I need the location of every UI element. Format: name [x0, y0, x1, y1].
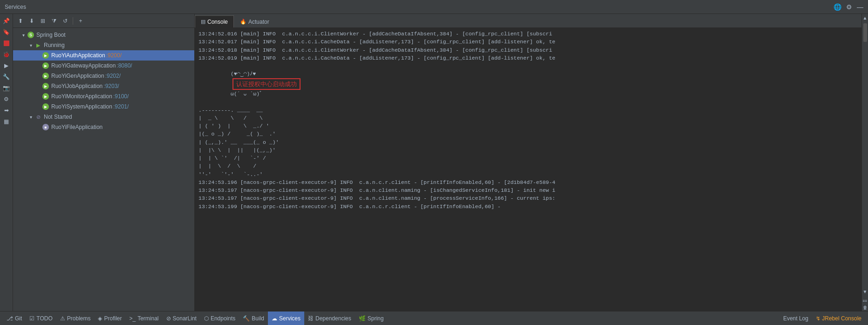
- terminal-icon: >_: [130, 315, 136, 322]
- gen-label: RuoYiGenApplication: [51, 73, 104, 79]
- console-content: 13:24:52.016 [main] INFO c.a.n.c.c.i.Cli…: [195, 28, 861, 311]
- scroll-thumb[interactable]: [863, 23, 867, 42]
- minimize-icon[interactable]: —: [857, 3, 863, 11]
- terminal-label: Terminal: [137, 315, 158, 322]
- tree-item-ruoyi-auth[interactable]: ▶ RuoYiAuthApplication :9200/: [13, 50, 194, 61]
- monitor-app-icon: ▶: [42, 93, 49, 100]
- not-started-icon: ⊘: [34, 113, 42, 121]
- scroll-up-btn[interactable]: ▲: [862, 15, 868, 20]
- services-title-text: Services: [5, 4, 26, 10]
- status-terminal[interactable]: >_ Terminal: [126, 311, 163, 325]
- scroll-down-btn[interactable]: ▼: [862, 289, 868, 294]
- main-layout: 📌 🔖 🐞 ▶ 🔧 📷 ⚙ ➡ ▦ ⬆ ⬇ ⊞ ⧩ ↺ + S: [0, 14, 868, 311]
- actuator-tab-icon: 🔥: [240, 19, 246, 25]
- log-line-2: 13:24:52.017 [main] INFO c.a.n.c.c.i.Cac…: [198, 38, 858, 46]
- status-bar: ⎇ Git ☑ TODO ⚠ Problems ◈ Profiler >_ Te…: [0, 311, 868, 325]
- status-sonarlint[interactable]: ⊘ SonarLint: [163, 311, 200, 325]
- scroll-down-button[interactable]: ⬇: [27, 16, 36, 26]
- tree-item-ruoyi-file[interactable]: ■ RuoYiFileApplication: [13, 122, 194, 132]
- tree-item-ruoyi-gen[interactable]: ▶ RuoYiGenApplication :9202/: [13, 71, 194, 81]
- problems-label: Problems: [67, 315, 91, 322]
- settings2-icon[interactable]: ⚙: [1, 94, 12, 104]
- build-label: Build: [252, 315, 264, 322]
- pre-highlight-text: (♥◠‿◠)ﾉ♥: [231, 71, 256, 77]
- springboot-arrow: [21, 32, 26, 38]
- sonarlint-label: SonarLint: [173, 315, 197, 322]
- status-profiler[interactable]: ◈ Profiler: [94, 311, 125, 325]
- services-status-icon: ☁: [272, 315, 277, 322]
- debug-icon[interactable]: 🐞: [1, 49, 12, 60]
- status-todo[interactable]: ☑ TODO: [26, 311, 56, 325]
- log-line-1: 13:24:52.016 [main] INFO c.a.n.c.c.i.Cli…: [198, 30, 858, 38]
- title-bar-actions: 🌐 ⚙ —: [834, 3, 863, 11]
- status-event-log[interactable]: Event Log: [779, 315, 812, 322]
- system-app-icon: ▶: [42, 103, 49, 110]
- services-status-label: Services: [279, 315, 301, 322]
- bookmark-icon[interactable]: 🔖: [1, 27, 12, 37]
- status-problems[interactable]: ⚠ Problems: [56, 311, 95, 325]
- job-label: RuoYiJobApplication: [51, 83, 103, 89]
- stop-icon[interactable]: [1, 38, 12, 48]
- sonarlint-icon: ⊘: [166, 315, 171, 322]
- run-icon[interactable]: ▶: [1, 61, 12, 71]
- tree-item-ruoyi-job[interactable]: ▶ RuoYiJobApplication :9203/: [13, 81, 194, 91]
- tools-icon[interactable]: 🔧: [1, 72, 12, 82]
- group-button[interactable]: ⊞: [38, 16, 48, 26]
- gateway-label: RuoYiGatewayApplication: [51, 62, 116, 69]
- add-button[interactable]: +: [76, 16, 85, 26]
- running-label: Running: [44, 42, 65, 48]
- gear-icon[interactable]: ⚙: [846, 3, 852, 11]
- services-tree[interactable]: S Spring Boot ▶ Running ▶ RuoYiAuthAppli…: [13, 28, 194, 311]
- status-build[interactable]: 🔨 Build: [239, 311, 268, 325]
- tree-item-ruoyi-system[interactable]: ▶ RuoYiSystemApplication :9201/: [13, 102, 194, 112]
- auth-label: RuoYiAuthApplication: [51, 52, 105, 59]
- tree-item-not-started[interactable]: ⊘ Not Started: [13, 112, 194, 122]
- status-services[interactable]: ☁ Services: [268, 311, 304, 325]
- auth-port: :9200/: [106, 52, 122, 59]
- status-irebell[interactable]: ↯ JRebel Console: [812, 315, 865, 322]
- git-icon: ⎇: [7, 315, 13, 322]
- monitor-port: :9100/: [113, 93, 129, 100]
- gen-port: :9202/: [105, 73, 121, 79]
- camera-icon[interactable]: 📷: [1, 83, 12, 93]
- irebell-label: ↯ JRebel Console: [816, 315, 861, 322]
- grid-icon[interactable]: ▦: [1, 116, 12, 127]
- status-right: Event Log ↯ JRebel Console: [779, 315, 865, 322]
- lower-log-3: 13:24:53.197 [nacos-grpc-client-executor…: [198, 194, 858, 202]
- tree-item-springboot[interactable]: S Spring Boot: [13, 30, 194, 40]
- running-arrow: [28, 42, 34, 48]
- status-endpoints[interactable]: ⬡ Endpoints: [200, 311, 239, 325]
- format-btn[interactable]: ≡≡: [862, 298, 868, 304]
- git-label: Git: [15, 315, 22, 322]
- status-git[interactable]: ⎇ Git: [3, 311, 26, 325]
- springboot-label: Spring Boot: [36, 32, 66, 38]
- problems-icon: ⚠: [60, 315, 65, 322]
- signin-icon[interactable]: ➡: [1, 105, 12, 115]
- job-port: :9203/: [103, 83, 119, 89]
- services-toolbar: ⬆ ⬇ ⊞ ⧩ ↺ +: [13, 14, 194, 28]
- globe-icon[interactable]: 🌐: [834, 3, 841, 11]
- console-tabs: ▤ Console 🔥 Actuator: [195, 14, 861, 28]
- tree-item-ruoyi-gateway[interactable]: ▶ RuoYiGatewayApplication :8080/: [13, 61, 194, 71]
- console-scroll-area[interactable]: 13:24:52.016 [main] INFO c.a.n.c.c.i.Cli…: [198, 30, 858, 309]
- profiler-label: Profiler: [104, 315, 122, 322]
- build-icon: 🔨: [243, 315, 250, 322]
- dependencies-icon: ⛓: [308, 315, 314, 322]
- refresh-button[interactable]: ↺: [61, 16, 70, 26]
- log-line-4: 13:24:52.019 [main] INFO c.a.n.c.c.i.Cac…: [198, 54, 858, 62]
- tab-console[interactable]: ▤ Console: [195, 15, 234, 27]
- tree-item-running[interactable]: ▶ Running: [13, 40, 194, 50]
- post-highlight-text: ω(´ ᴗ `ω)ﾞ: [231, 91, 262, 97]
- status-dependencies[interactable]: ⛓ Dependencies: [304, 311, 355, 325]
- filter-button[interactable]: ⧩: [49, 16, 59, 26]
- scroll-up-button[interactable]: ⬆: [16, 16, 25, 26]
- status-spring[interactable]: 🌿 Spring: [355, 311, 388, 325]
- clear-btn[interactable]: 🗑: [862, 305, 868, 310]
- pin-icon[interactable]: 📌: [1, 16, 12, 26]
- left-icon-strip: 📌 🔖 🐞 ▶ 🔧 📷 ⚙ ➡ ▦: [0, 14, 13, 311]
- right-scrollbar: ▲ ▼ ≡≡ 🗑: [861, 14, 868, 311]
- tab-actuator[interactable]: 🔥 Actuator: [234, 15, 275, 27]
- title-bar-title: Services: [5, 4, 26, 10]
- log-line-3: 13:24:52.018 [main] INFO c.a.n.c.c.i.Cli…: [198, 46, 858, 54]
- tree-item-ruoyi-monitor[interactable]: ▶ RuoYiMonitorApplication :9100/: [13, 91, 194, 102]
